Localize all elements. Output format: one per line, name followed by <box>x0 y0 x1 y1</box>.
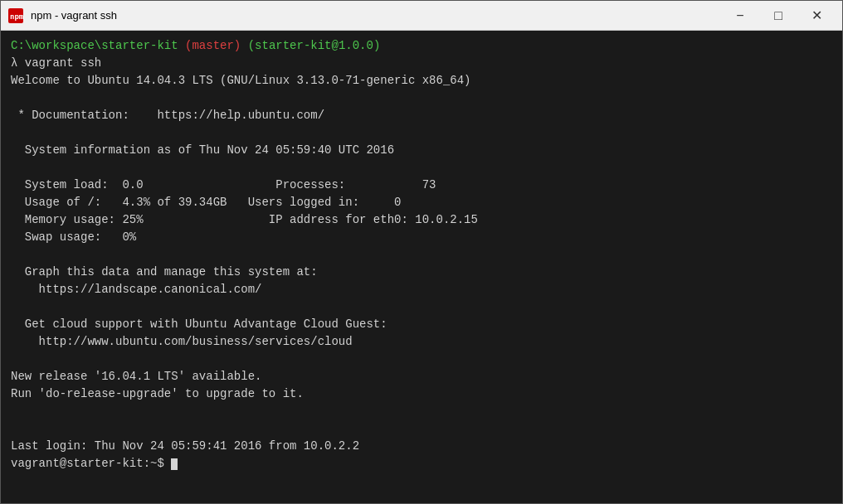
graph-url: https://landscape.canonical.com/ <box>11 281 832 298</box>
cursor <box>171 458 178 470</box>
cloud-url: http://www.ubuntu.com/business/services/… <box>11 333 832 351</box>
vagrant-ssh-line: λ vagrant ssh <box>11 55 832 72</box>
blank-line-5 <box>11 298 832 316</box>
maximize-button[interactable]: □ <box>759 1 797 31</box>
minimize-button[interactable]: − <box>721 1 759 31</box>
sysload-line: System load: 0.0 Processes: 73 <box>11 177 832 194</box>
shell-prompt-line: vagrant@starter-kit:~$ <box>11 455 832 472</box>
blank-line-4 <box>11 246 832 264</box>
release-line1: New release '16.04.1 LTS' available. <box>11 368 832 385</box>
swap-line: Swap usage: 0% <box>11 229 832 246</box>
blank-line-1 <box>11 90 832 107</box>
terminal-window: npm npm - vagrant ssh − □ ✕ C:\workspace… <box>0 0 843 504</box>
graph-line1: Graph this data and manage this system a… <box>11 264 832 281</box>
usage-line: Usage of /: 4.3% of 39.34GB Users logged… <box>11 194 832 211</box>
blank-line-3 <box>11 159 832 177</box>
cloud-line1: Get cloud support with Ubuntu Advantage … <box>11 316 832 333</box>
branch-text: (master) <box>185 39 241 52</box>
release-line2: Run 'do-release-upgrade' to upgrade to i… <box>11 385 832 403</box>
blank-line-7 <box>11 403 832 420</box>
terminal-output[interactable]: C:\workspace\starter-kit (master) (start… <box>1 31 842 503</box>
welcome-line: Welcome to Ubuntu 14.04.3 LTS (GNU/Linux… <box>11 72 832 90</box>
prompt-path-line: C:\workspace\starter-kit (master) (start… <box>11 37 832 55</box>
window-controls: − □ ✕ <box>721 1 836 31</box>
doc-line: * Documentation: https://help.ubuntu.com… <box>11 107 832 124</box>
lastlogin-line: Last login: Thu Nov 24 05:59:41 2016 fro… <box>11 438 832 455</box>
close-button[interactable]: ✕ <box>797 1 836 31</box>
blank-line-2 <box>11 124 832 142</box>
window-title: npm - vagrant ssh <box>31 9 721 22</box>
shell-prompt-text: vagrant@starter-kit:~$ <box>11 457 171 470</box>
path-text: C:\workspace\starter-kit <box>11 39 178 52</box>
sysinfo-line: System information as of Thu Nov 24 05:5… <box>11 142 832 159</box>
pkg-text: (starter-kit@1.0.0) <box>248 39 381 52</box>
titlebar: npm npm - vagrant ssh − □ ✕ <box>1 1 842 31</box>
svg-text:npm: npm <box>10 12 23 21</box>
memory-line: Memory usage: 25% IP address for eth0: 1… <box>11 211 832 229</box>
blank-line-8 <box>11 420 832 438</box>
blank-line-6 <box>11 351 832 368</box>
app-icon: npm <box>7 7 24 24</box>
